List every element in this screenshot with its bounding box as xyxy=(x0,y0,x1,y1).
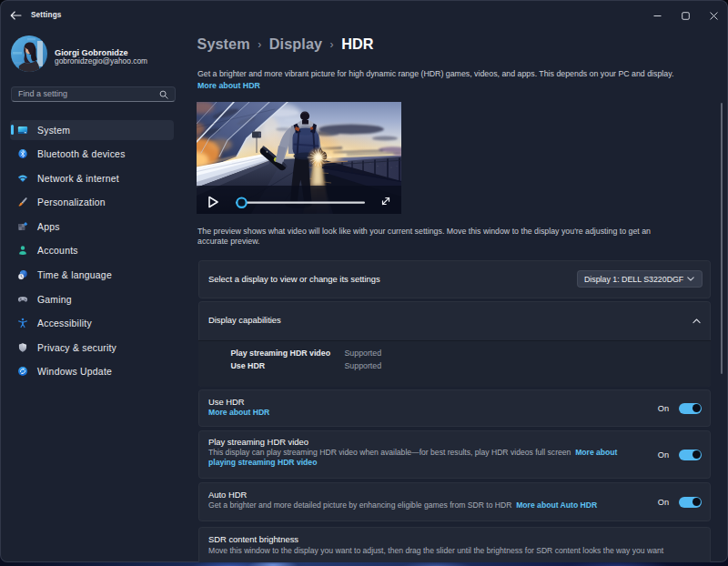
streaming-hdr-title: Play streaming HDR video xyxy=(208,437,701,449)
avatar-photo xyxy=(11,35,47,72)
capability-value: Supported xyxy=(345,361,382,370)
use-hdr-toggle-state: On xyxy=(658,404,669,413)
sidebar-item-label: Time & language xyxy=(37,270,112,280)
page-description: Get a brighter and more vibrant picture … xyxy=(197,69,693,80)
shield-icon xyxy=(17,342,28,353)
search-box[interactable] xyxy=(11,86,176,102)
sidebar-item-label: Accounts xyxy=(37,246,78,256)
auto-hdr-toggle[interactable] xyxy=(679,497,702,508)
breadcrumb-display[interactable]: Display xyxy=(269,35,322,53)
search-icon xyxy=(159,90,168,99)
sidebar-item-bluetooth[interactable]: Bluetooth & devices xyxy=(10,144,174,164)
seek-slider-thumb[interactable] xyxy=(237,198,246,207)
auto-hdr-desc: Get a brighter and more detailed picture… xyxy=(208,500,701,510)
sidebar-item-label: Privacy & security xyxy=(37,342,116,352)
back-arrow-icon xyxy=(10,11,22,20)
search-input[interactable] xyxy=(18,87,155,101)
streaming-hdr-toggle[interactable] xyxy=(679,450,702,460)
sidebar-item-accessibility[interactable]: Accessibility xyxy=(10,313,174,333)
sidebar-item-label: System xyxy=(37,125,70,135)
sidebar-item-privacy[interactable]: Privacy & security xyxy=(10,338,174,358)
person-icon xyxy=(17,245,28,256)
maximize-icon xyxy=(682,12,690,20)
sidebar-item-network[interactable]: Network & internet xyxy=(10,168,174,188)
sidebar-item-gaming[interactable]: Gaming xyxy=(10,289,174,309)
minimize-button[interactable] xyxy=(643,0,672,31)
titlebar: Settings xyxy=(0,0,728,31)
sidebar-item-time-language[interactable]: Time & language xyxy=(10,265,174,285)
sidebar: Giorgi Gobronidze gobronidzegio@yahoo.co… xyxy=(0,31,193,562)
video-control-bar xyxy=(197,186,401,214)
minimize-icon xyxy=(653,12,662,20)
auto-hdr-link[interactable]: More about Auto HDR xyxy=(516,500,597,510)
capability-label: Use HDR xyxy=(231,361,345,370)
capability-row: Use HDR Supported xyxy=(198,359,711,372)
hdr-preview-video[interactable] xyxy=(197,102,401,214)
streaming-hdr-toggle-zone: On xyxy=(658,450,702,460)
use-hdr-toggle-zone: On xyxy=(658,403,702,414)
use-hdr-toggle[interactable] xyxy=(679,403,702,414)
capability-value: Supported xyxy=(345,349,382,358)
use-hdr-title: Use HDR xyxy=(208,397,701,409)
streaming-hdr-toggle-state: On xyxy=(658,450,669,460)
clock-globe-icon xyxy=(17,269,28,280)
maximize-button[interactable] xyxy=(672,0,700,31)
sidebar-item-personalization[interactable]: Personalization xyxy=(10,192,174,212)
more-about-hdr-link[interactable]: More about HDR xyxy=(197,81,260,90)
paintbrush-icon xyxy=(17,197,28,207)
capability-row: Play streaming HDR video Supported xyxy=(198,347,711,359)
display-dropdown[interactable]: Display 1: DELL S3220DGF xyxy=(577,270,703,288)
window-title: Settings xyxy=(31,11,62,19)
expander-chevron-zone[interactable] xyxy=(690,315,703,328)
sidebar-item-windows-update[interactable]: Windows Update xyxy=(10,361,174,381)
breadcrumb-system[interactable]: System xyxy=(197,35,250,53)
vertical-scrollbar[interactable] xyxy=(721,103,723,374)
chevron-right-icon: › xyxy=(330,37,334,51)
display-capabilities-header[interactable]: Display capabilities xyxy=(198,301,711,340)
breadcrumb-hdr: HDR xyxy=(341,35,373,53)
back-button[interactable] xyxy=(5,5,25,25)
selected-indicator-pill xyxy=(11,125,14,135)
preview-note: The preview shows what video will look l… xyxy=(197,227,666,248)
sdr-brightness-title: SDR content brightness xyxy=(208,534,701,546)
display-capabilities-card: Display capabilities Play streaming HDR … xyxy=(198,301,711,387)
settings-window: Settings xyxy=(0,0,728,562)
toggle-knob xyxy=(693,404,701,412)
sidebar-item-label: Network & internet xyxy=(37,173,119,183)
monitor-icon xyxy=(17,125,28,136)
bluetooth-icon xyxy=(17,148,28,159)
update-arrows-icon xyxy=(17,366,28,377)
sidebar-item-label: Bluetooth & devices xyxy=(37,149,126,159)
window-controls xyxy=(643,0,728,31)
select-display-card: Select a display to view or change its s… xyxy=(198,260,711,298)
chevron-down-icon xyxy=(687,277,694,281)
toggle-knob xyxy=(693,450,701,459)
auto-hdr-card: Auto HDR Get a brighter and more detaile… xyxy=(198,482,711,521)
seek-slider-track[interactable] xyxy=(236,202,365,204)
breadcrumb: System › Display › HDR xyxy=(197,35,374,53)
main-content: System › Display › HDR Get a brighter an… xyxy=(193,31,728,562)
auto-hdr-toggle-state: On xyxy=(658,498,669,507)
sidebar-item-accounts[interactable]: Accounts xyxy=(10,240,174,260)
chevron-up-icon[interactable] xyxy=(693,318,701,324)
display-capabilities-title: Display capabilities xyxy=(208,315,281,327)
toggle-knob xyxy=(693,498,701,506)
gamepad-icon xyxy=(17,294,28,305)
capability-label: Play streaming HDR video xyxy=(231,349,345,358)
use-hdr-card: Use HDR More about HDR On xyxy=(198,389,711,427)
sidebar-item-system[interactable]: System xyxy=(10,120,174,140)
user-email: gobronidzegio@yahoo.com xyxy=(55,56,147,66)
auto-hdr-toggle-zone: On xyxy=(658,497,702,508)
avatar[interactable] xyxy=(11,35,47,72)
sidebar-item-apps[interactable]: Apps xyxy=(10,217,174,237)
sidebar-nav: System Bluetooth & devices xyxy=(10,120,174,387)
close-button[interactable] xyxy=(700,0,728,31)
select-display-label: Select a display to view or change its s… xyxy=(208,274,380,286)
sidebar-item-label: Windows Update xyxy=(37,367,112,377)
auto-hdr-title: Auto HDR xyxy=(208,490,701,501)
display-dropdown-value: Display 1: DELL S3220DGF xyxy=(584,275,683,284)
sidebar-item-label: Personalization xyxy=(37,197,106,207)
use-hdr-link[interactable]: More about HDR xyxy=(208,408,701,418)
accessibility-person-icon xyxy=(17,318,28,328)
close-icon xyxy=(710,12,718,20)
